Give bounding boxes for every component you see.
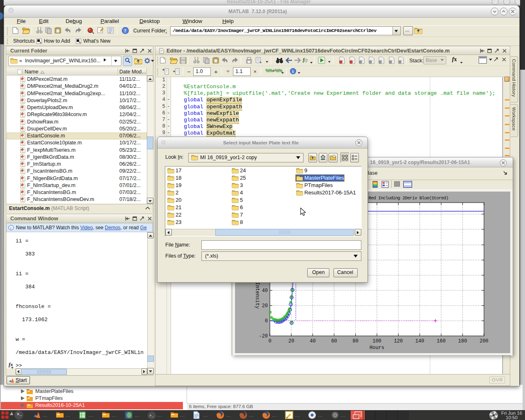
svg-text:?: ? bbox=[124, 28, 126, 34]
svg-text:40: 40 bbox=[310, 338, 315, 344]
svg-text:80: 80 bbox=[353, 338, 358, 344]
svg-text:120: 120 bbox=[394, 338, 403, 344]
svg-text:200: 200 bbox=[479, 338, 488, 344]
svg-text:0: 0 bbox=[268, 338, 271, 344]
svg-text:140: 140 bbox=[415, 338, 425, 344]
svg-text:>_: >_ bbox=[149, 414, 154, 418]
svg-text:160: 160 bbox=[437, 338, 446, 344]
svg-text:0: 0 bbox=[265, 318, 268, 324]
svg-text:100: 100 bbox=[372, 338, 381, 344]
svg-text:40: 40 bbox=[262, 288, 268, 294]
svg-text:i: i bbox=[292, 69, 294, 74]
svg-text:20: 20 bbox=[288, 338, 294, 344]
svg-text:180: 180 bbox=[458, 338, 467, 344]
svg-text:-20: -20 bbox=[259, 333, 268, 339]
svg-text:Intensity: Intensity bbox=[254, 282, 260, 309]
svg-text:60: 60 bbox=[331, 338, 337, 344]
svg-text:20: 20 bbox=[262, 303, 268, 309]
svg-text:Hours: Hours bbox=[370, 345, 384, 351]
